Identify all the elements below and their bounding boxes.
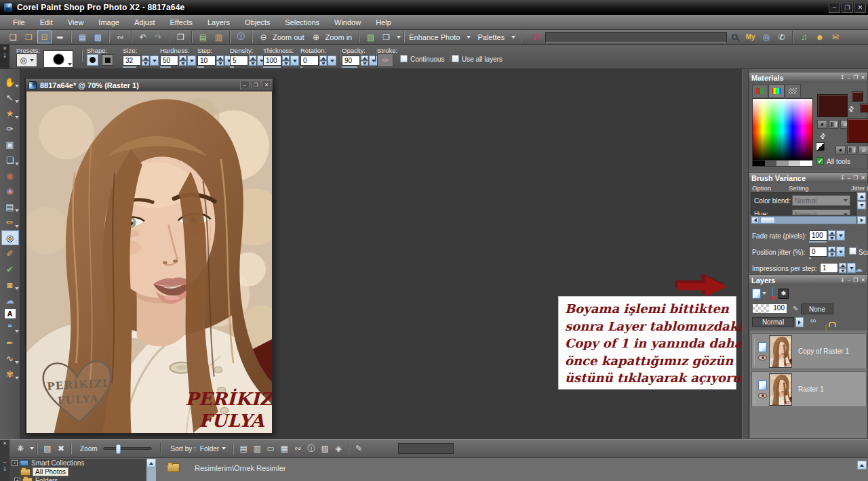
rotate-right-icon[interactable]: ▥ bbox=[250, 442, 264, 455]
zoom-in-icon[interactable]: ⊕ bbox=[309, 30, 323, 43]
document-title-bar[interactable]: 8817a64e* @ 70% (Raster 1) – ❐ ✕ bbox=[26, 79, 273, 91]
menu-window[interactable]: Window bbox=[327, 16, 368, 28]
layers-minimize-icon[interactable]: – bbox=[848, 277, 850, 283]
menu-adjust[interactable]: Adjust bbox=[127, 16, 163, 28]
preview-button[interactable]: ▧ bbox=[363, 30, 378, 43]
thickness-field[interactable]: 100 bbox=[263, 56, 281, 66]
smudge-tool[interactable]: ☁ bbox=[1, 293, 19, 308]
presets-dropdown[interactable]: ◎ bbox=[16, 54, 37, 67]
bv-close-icon[interactable]: ✕ bbox=[861, 175, 865, 181]
continuous-checkbox[interactable] bbox=[400, 55, 408, 62]
pick-tool[interactable]: ↖ bbox=[1, 90, 19, 105]
layer-name[interactable]: Raster 1 bbox=[798, 385, 824, 393]
background-swatch[interactable] bbox=[847, 119, 868, 143]
menu-selections[interactable]: Selections bbox=[277, 16, 327, 28]
layers-maximize-icon[interactable]: ❐ bbox=[853, 277, 858, 283]
size-spin-down[interactable] bbox=[142, 61, 149, 66]
art-media-tool[interactable]: ✾ bbox=[1, 367, 19, 381]
zoom-out-label[interactable]: Zoom out bbox=[273, 33, 304, 41]
enhance-photo-button[interactable]: Enhance Photo bbox=[409, 33, 460, 41]
bv-scroll-down[interactable] bbox=[857, 201, 866, 209]
organizer-add-image-button[interactable]: ▧ bbox=[41, 442, 54, 455]
menu-view[interactable]: View bbox=[60, 16, 92, 28]
opacity-field[interactable]: 90 bbox=[342, 56, 360, 66]
foreground-mini-swatch[interactable] bbox=[852, 91, 863, 102]
link-set-button[interactable]: None bbox=[801, 304, 833, 314]
new-window-dropdown[interactable] bbox=[397, 36, 401, 39]
yahoo-mail-icon[interactable]: ✉ bbox=[828, 30, 842, 43]
menu-effects[interactable]: Effects bbox=[163, 16, 200, 28]
yahoo-messenger-icon[interactable]: ✆ bbox=[774, 30, 789, 43]
bv-scroll-right[interactable] bbox=[857, 216, 866, 224]
menu-image[interactable]: Image bbox=[91, 16, 127, 28]
mask-layer-button[interactable]: ✱ bbox=[778, 289, 789, 299]
twain-button[interactable]: ∾ bbox=[113, 30, 127, 43]
hardness-dropdown[interactable] bbox=[187, 56, 196, 66]
yahoo-my-button[interactable]: My bbox=[743, 30, 757, 43]
tree-scrollbar[interactable] bbox=[146, 459, 156, 481]
blend-mode-dropdown[interactable]: Normal bbox=[752, 317, 794, 327]
materials-header[interactable]: Materials ↧ – ❐ ✕ bbox=[749, 72, 867, 83]
tag-icon[interactable]: ✎ bbox=[352, 442, 366, 455]
brush-tip-preview[interactable] bbox=[43, 50, 73, 68]
layer-thumbnail[interactable] bbox=[769, 335, 792, 368]
thumbnails-scroll-up[interactable] bbox=[857, 461, 867, 469]
swap-mini-colors-icon[interactable]: ⇄ bbox=[846, 104, 856, 114]
step-field[interactable]: 10 bbox=[197, 56, 216, 66]
document-minimize-button[interactable]: – bbox=[240, 81, 250, 89]
new-image-button[interactable]: ❑ bbox=[6, 30, 20, 43]
zoom-in-label[interactable]: Zoom in bbox=[325, 33, 352, 41]
share-icon[interactable]: ∾ bbox=[291, 442, 304, 455]
makeover-tool[interactable]: ❀ bbox=[1, 184, 19, 198]
save-as-button[interactable]: ▩ bbox=[91, 30, 105, 43]
shape-square-button[interactable] bbox=[102, 54, 113, 66]
bv-maximize-icon[interactable]: ❐ bbox=[853, 175, 858, 181]
density-field[interactable]: 5 bbox=[230, 56, 248, 66]
magic-wand-tool[interactable]: ★ bbox=[1, 106, 19, 121]
new-layer-button[interactable] bbox=[752, 289, 766, 299]
color-replacer-tool[interactable]: ✔ bbox=[1, 262, 19, 276]
bv-color-blend-dropdown[interactable]: Normal bbox=[792, 195, 850, 206]
bv-hue-dropdown[interactable]: Normal bbox=[792, 209, 850, 215]
yahoo-camera-icon[interactable]: ◎ bbox=[759, 30, 773, 43]
bg-gradient-button[interactable] bbox=[847, 146, 857, 154]
layer-opacity-field[interactable]: 100 bbox=[752, 304, 787, 314]
paste-button[interactable]: ▥ bbox=[212, 30, 226, 43]
flood-fill-tool[interactable]: ◙ bbox=[1, 277, 19, 292]
protect-icon[interactable]: ◈ bbox=[332, 442, 345, 455]
layers-pin-icon[interactable]: ↧ bbox=[840, 277, 845, 283]
stroke-button[interactable]: ✑ bbox=[377, 54, 393, 67]
minimize-button[interactable]: – bbox=[829, 3, 840, 13]
document-maximize-button[interactable]: ❐ bbox=[251, 81, 260, 89]
materials-maximize-icon[interactable]: ❐ bbox=[853, 75, 858, 81]
yahoo-music-icon[interactable]: ♫ bbox=[797, 30, 811, 43]
warp-brush-tool[interactable]: ∿ bbox=[1, 351, 19, 366]
position-jitter-dropdown[interactable] bbox=[836, 247, 845, 257]
swap-colors-icon[interactable]: ⇄ bbox=[818, 131, 827, 141]
options-close-icon[interactable]: ✕ bbox=[3, 46, 7, 51]
materials-close-icon[interactable]: ✕ bbox=[861, 75, 865, 81]
layer-row-raster-1[interactable]: Raster 1 bbox=[751, 371, 867, 407]
folder-path-row[interactable]: Resimlerim\Örnek Resimler bbox=[167, 463, 285, 472]
materials-minimize-icon[interactable]: – bbox=[848, 75, 850, 81]
size-spin-up[interactable] bbox=[142, 56, 149, 60]
screen-capture-button[interactable]: ❐ bbox=[174, 30, 188, 43]
close-button[interactable]: ✕ bbox=[854, 3, 866, 13]
menu-edit[interactable]: Edit bbox=[33, 16, 60, 28]
dodge-brush-tool[interactable]: ✏ bbox=[1, 215, 19, 230]
layer-visibility-toggle[interactable] bbox=[758, 393, 767, 398]
fade-rate-field[interactable]: 100 bbox=[809, 230, 827, 240]
layer-name[interactable]: Copy of Raster 1 bbox=[798, 348, 849, 355]
crop-tool[interactable]: ▣ bbox=[1, 137, 19, 152]
rotation-dropdown[interactable] bbox=[328, 56, 336, 66]
organizer-zoom-slider[interactable] bbox=[103, 447, 152, 450]
organizer-settings-button[interactable]: ❋ bbox=[14, 442, 27, 455]
panel-splitter[interactable] bbox=[742, 69, 749, 439]
import-button[interactable]: ➥ bbox=[53, 30, 67, 43]
thickness-dropdown[interactable] bbox=[290, 56, 299, 66]
maximize-button[interactable]: ❐ bbox=[842, 3, 853, 13]
bv-pin-icon[interactable]: ↧ bbox=[840, 175, 845, 181]
organizer-minimize-icon[interactable]: – bbox=[3, 459, 6, 465]
bg-solid-button[interactable]: ● bbox=[835, 146, 846, 154]
organizer-search-input[interactable] bbox=[398, 443, 454, 454]
